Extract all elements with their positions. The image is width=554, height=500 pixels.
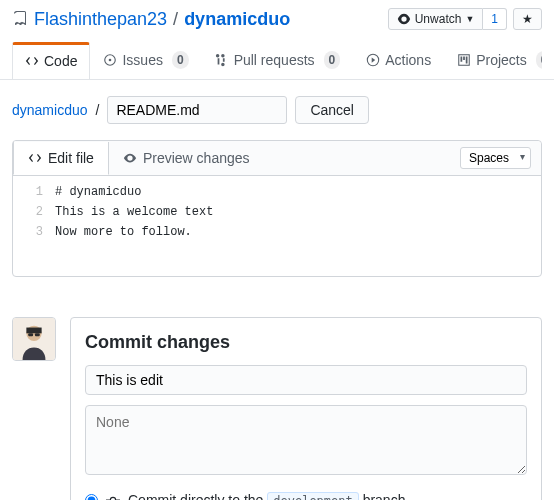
commit-form: Commit changes Commit directly to the de…: [70, 317, 542, 500]
project-icon: [457, 53, 471, 67]
tab-actions[interactable]: Actions: [353, 42, 444, 79]
file-editor: Edit file Preview changes Spaces 1 2 3: [12, 140, 542, 277]
svg-rect-5: [463, 57, 465, 61]
breadcrumb-cancel-button[interactable]: Cancel: [295, 96, 369, 124]
breadcrumb-repo-link[interactable]: dynamicduo: [12, 102, 88, 118]
pulls-count: 0: [324, 51, 341, 69]
owner-link[interactable]: Flashinthepan23: [34, 9, 167, 30]
code-line: Now more to follow.: [55, 222, 213, 242]
code-line: This is a welcome text: [55, 202, 213, 222]
star-icon: ★: [522, 12, 533, 26]
issues-count: 0: [172, 51, 189, 69]
branch-name: development: [267, 492, 358, 500]
code-icon: [28, 151, 42, 165]
watchers-count[interactable]: 1: [483, 8, 507, 30]
svg-rect-12: [35, 333, 40, 336]
tab-edit-file[interactable]: Edit file: [13, 142, 109, 175]
svg-rect-10: [26, 328, 41, 334]
eye-icon: [123, 151, 137, 165]
projects-count: 0: [536, 51, 542, 69]
breadcrumb: dynamicduo / Cancel: [12, 96, 542, 124]
eye-icon: [397, 12, 411, 26]
code-icon: [25, 54, 39, 68]
line-gutter: 1 2 3: [13, 176, 51, 276]
star-button[interactable]: ★: [513, 8, 542, 30]
play-icon: [366, 53, 380, 67]
code-editor[interactable]: 1 2 3 # dynamicduo This is a welcome tex…: [13, 176, 541, 276]
commit-summary-input[interactable]: [85, 365, 527, 395]
filename-input[interactable]: [107, 96, 287, 124]
repo-nav: Code Issues 0 Pull requests 0 Actions Pr…: [12, 42, 542, 79]
code-line: # dynamicduo: [55, 182, 213, 202]
indent-mode-select[interactable]: Spaces: [460, 147, 531, 169]
svg-rect-4: [461, 57, 463, 62]
repo-link[interactable]: dynamicduo: [184, 9, 290, 30]
avatar: [12, 317, 56, 361]
svg-rect-6: [466, 57, 468, 64]
tab-code[interactable]: Code: [12, 42, 90, 79]
svg-rect-11: [28, 333, 33, 336]
svg-point-1: [109, 59, 112, 62]
git-pull-request-icon: [215, 53, 229, 67]
repo-icon: [12, 11, 28, 27]
tab-preview-changes[interactable]: Preview changes: [109, 142, 264, 174]
commit-heading: Commit changes: [85, 332, 527, 353]
unwatch-button[interactable]: Unwatch ▼: [388, 8, 484, 30]
caret-down-icon: ▼: [465, 14, 474, 24]
tab-projects[interactable]: Projects 0: [444, 42, 542, 79]
issue-icon: [103, 53, 117, 67]
radio-commit-direct[interactable]: Commit directly to the development branc…: [85, 492, 527, 500]
tab-issues[interactable]: Issues 0: [90, 42, 201, 79]
git-commit-icon: [106, 493, 120, 500]
tab-pull-requests[interactable]: Pull requests 0: [202, 42, 354, 79]
commit-description-input[interactable]: [85, 405, 527, 475]
